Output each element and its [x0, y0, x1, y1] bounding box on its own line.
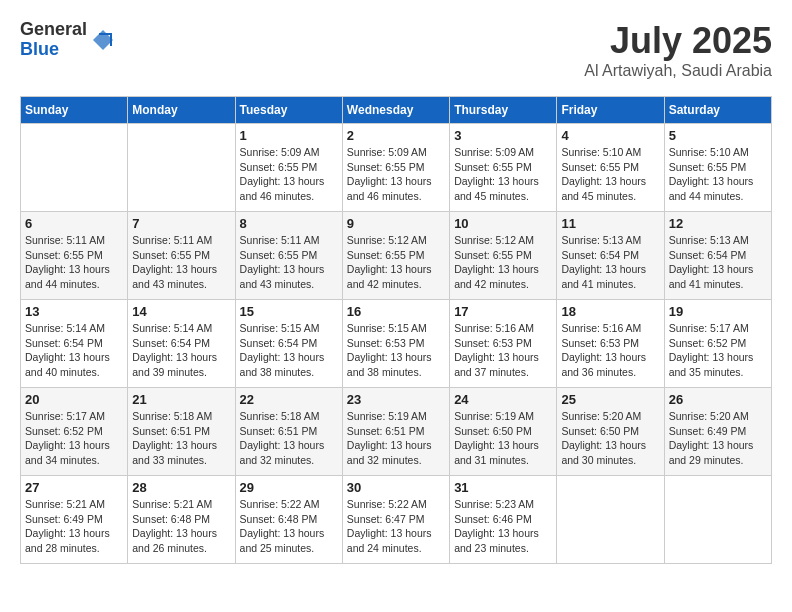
day-number: 22	[240, 392, 338, 407]
calendar-week-row: 13Sunrise: 5:14 AMSunset: 6:54 PMDayligh…	[21, 300, 772, 388]
daylight-minutes: and 45 minutes.	[561, 190, 636, 202]
sunset-text: Sunset: 6:55 PM	[669, 161, 747, 173]
page-header: General Blue July 2025 Al Artawiyah, Sau…	[20, 20, 772, 80]
day-number: 6	[25, 216, 123, 231]
sunrise-text: Sunrise: 5:20 AM	[561, 410, 641, 422]
calendar-cell: 15Sunrise: 5:15 AMSunset: 6:54 PMDayligh…	[235, 300, 342, 388]
sunset-text: Sunset: 6:54 PM	[561, 249, 639, 261]
daylight-minutes: and 37 minutes.	[454, 366, 529, 378]
sunrise-text: Sunrise: 5:17 AM	[669, 322, 749, 334]
month-title: July 2025	[584, 20, 772, 62]
sunset-text: Sunset: 6:55 PM	[240, 161, 318, 173]
sunrise-text: Sunrise: 5:20 AM	[669, 410, 749, 422]
calendar-cell: 21Sunrise: 5:18 AMSunset: 6:51 PMDayligh…	[128, 388, 235, 476]
day-number: 29	[240, 480, 338, 495]
sunset-text: Sunset: 6:47 PM	[347, 513, 425, 525]
calendar-week-row: 20Sunrise: 5:17 AMSunset: 6:52 PMDayligh…	[21, 388, 772, 476]
calendar-header-row: SundayMondayTuesdayWednesdayThursdayFrid…	[21, 97, 772, 124]
day-number: 21	[132, 392, 230, 407]
cell-info: Sunrise: 5:18 AMSunset: 6:51 PMDaylight:…	[132, 409, 230, 468]
day-number: 18	[561, 304, 659, 319]
daylight-minutes: and 35 minutes.	[669, 366, 744, 378]
calendar-cell: 10Sunrise: 5:12 AMSunset: 6:55 PMDayligh…	[450, 212, 557, 300]
sunset-text: Sunset: 6:52 PM	[25, 425, 103, 437]
weekday-header: Tuesday	[235, 97, 342, 124]
daylight-minutes: and 41 minutes.	[669, 278, 744, 290]
sunrise-text: Sunrise: 5:11 AM	[132, 234, 212, 246]
sunrise-text: Sunrise: 5:15 AM	[240, 322, 320, 334]
daylight-text: Daylight: 13 hours	[240, 527, 325, 539]
calendar-cell: 28Sunrise: 5:21 AMSunset: 6:48 PMDayligh…	[128, 476, 235, 564]
sunrise-text: Sunrise: 5:16 AM	[561, 322, 641, 334]
calendar-cell: 4Sunrise: 5:10 AMSunset: 6:55 PMDaylight…	[557, 124, 664, 212]
calendar-cell	[21, 124, 128, 212]
cell-info: Sunrise: 5:21 AMSunset: 6:48 PMDaylight:…	[132, 497, 230, 556]
sunrise-text: Sunrise: 5:09 AM	[454, 146, 534, 158]
cell-info: Sunrise: 5:10 AMSunset: 6:55 PMDaylight:…	[561, 145, 659, 204]
weekday-header: Wednesday	[342, 97, 449, 124]
daylight-text: Daylight: 13 hours	[347, 263, 432, 275]
sunset-text: Sunset: 6:46 PM	[454, 513, 532, 525]
sunset-text: Sunset: 6:54 PM	[240, 337, 318, 349]
sunset-text: Sunset: 6:49 PM	[669, 425, 747, 437]
cell-info: Sunrise: 5:19 AMSunset: 6:50 PMDaylight:…	[454, 409, 552, 468]
calendar-cell: 7Sunrise: 5:11 AMSunset: 6:55 PMDaylight…	[128, 212, 235, 300]
daylight-text: Daylight: 13 hours	[454, 439, 539, 451]
sunrise-text: Sunrise: 5:23 AM	[454, 498, 534, 510]
daylight-text: Daylight: 13 hours	[347, 351, 432, 363]
location-title: Al Artawiyah, Saudi Arabia	[584, 62, 772, 80]
calendar-table: SundayMondayTuesdayWednesdayThursdayFrid…	[20, 96, 772, 564]
cell-info: Sunrise: 5:17 AMSunset: 6:52 PMDaylight:…	[669, 321, 767, 380]
day-number: 4	[561, 128, 659, 143]
sunrise-text: Sunrise: 5:14 AM	[25, 322, 105, 334]
daylight-minutes: and 39 minutes.	[132, 366, 207, 378]
weekday-header: Monday	[128, 97, 235, 124]
day-number: 25	[561, 392, 659, 407]
cell-info: Sunrise: 5:13 AMSunset: 6:54 PMDaylight:…	[561, 233, 659, 292]
sunset-text: Sunset: 6:55 PM	[454, 161, 532, 173]
daylight-text: Daylight: 13 hours	[132, 439, 217, 451]
calendar-cell: 11Sunrise: 5:13 AMSunset: 6:54 PMDayligh…	[557, 212, 664, 300]
daylight-minutes: and 43 minutes.	[132, 278, 207, 290]
calendar-cell: 6Sunrise: 5:11 AMSunset: 6:55 PMDaylight…	[21, 212, 128, 300]
sunrise-text: Sunrise: 5:09 AM	[347, 146, 427, 158]
daylight-text: Daylight: 13 hours	[132, 351, 217, 363]
cell-info: Sunrise: 5:09 AMSunset: 6:55 PMDaylight:…	[454, 145, 552, 204]
daylight-text: Daylight: 13 hours	[561, 263, 646, 275]
sunrise-text: Sunrise: 5:09 AM	[240, 146, 320, 158]
calendar-cell: 23Sunrise: 5:19 AMSunset: 6:51 PMDayligh…	[342, 388, 449, 476]
cell-info: Sunrise: 5:16 AMSunset: 6:53 PMDaylight:…	[454, 321, 552, 380]
calendar-week-row: 6Sunrise: 5:11 AMSunset: 6:55 PMDaylight…	[21, 212, 772, 300]
sunset-text: Sunset: 6:53 PM	[347, 337, 425, 349]
calendar-cell: 26Sunrise: 5:20 AMSunset: 6:49 PMDayligh…	[664, 388, 771, 476]
daylight-text: Daylight: 13 hours	[347, 175, 432, 187]
sunset-text: Sunset: 6:48 PM	[240, 513, 318, 525]
calendar-cell: 31Sunrise: 5:23 AMSunset: 6:46 PMDayligh…	[450, 476, 557, 564]
daylight-minutes: and 25 minutes.	[240, 542, 315, 554]
sunset-text: Sunset: 6:53 PM	[561, 337, 639, 349]
sunrise-text: Sunrise: 5:12 AM	[347, 234, 427, 246]
daylight-minutes: and 30 minutes.	[561, 454, 636, 466]
daylight-minutes: and 23 minutes.	[454, 542, 529, 554]
calendar-cell: 14Sunrise: 5:14 AMSunset: 6:54 PMDayligh…	[128, 300, 235, 388]
cell-info: Sunrise: 5:14 AMSunset: 6:54 PMDaylight:…	[132, 321, 230, 380]
day-number: 17	[454, 304, 552, 319]
daylight-minutes: and 31 minutes.	[454, 454, 529, 466]
day-number: 9	[347, 216, 445, 231]
calendar-week-row: 1Sunrise: 5:09 AMSunset: 6:55 PMDaylight…	[21, 124, 772, 212]
calendar-cell: 25Sunrise: 5:20 AMSunset: 6:50 PMDayligh…	[557, 388, 664, 476]
daylight-minutes: and 46 minutes.	[347, 190, 422, 202]
sunset-text: Sunset: 6:55 PM	[347, 161, 425, 173]
weekday-header: Thursday	[450, 97, 557, 124]
sunrise-text: Sunrise: 5:12 AM	[454, 234, 534, 246]
calendar-cell: 22Sunrise: 5:18 AMSunset: 6:51 PMDayligh…	[235, 388, 342, 476]
day-number: 20	[25, 392, 123, 407]
daylight-text: Daylight: 13 hours	[25, 527, 110, 539]
sunrise-text: Sunrise: 5:19 AM	[454, 410, 534, 422]
calendar-cell: 13Sunrise: 5:14 AMSunset: 6:54 PMDayligh…	[21, 300, 128, 388]
logo-general-text: General	[20, 19, 87, 39]
daylight-text: Daylight: 13 hours	[669, 439, 754, 451]
calendar-cell: 16Sunrise: 5:15 AMSunset: 6:53 PMDayligh…	[342, 300, 449, 388]
calendar-cell: 18Sunrise: 5:16 AMSunset: 6:53 PMDayligh…	[557, 300, 664, 388]
calendar-cell: 9Sunrise: 5:12 AMSunset: 6:55 PMDaylight…	[342, 212, 449, 300]
